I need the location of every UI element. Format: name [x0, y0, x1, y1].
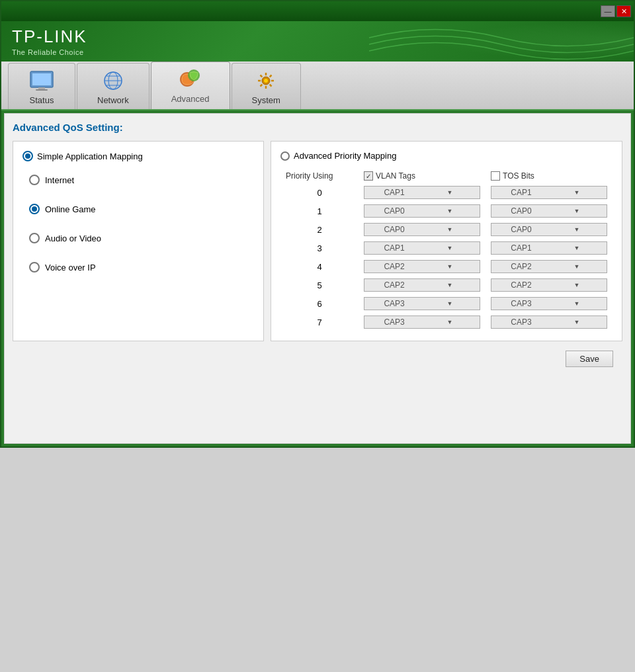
tab-status[interactable]: Status — [8, 63, 75, 109]
vlan-dropdown-5[interactable]: CAP2▼ — [364, 278, 480, 292]
vlan-dropdown-cell[interactable]: CAP3▼ — [359, 294, 486, 313]
tos-dropdown-cell[interactable]: CAP1▼ — [486, 183, 613, 202]
tos-checkbox[interactable] — [491, 171, 500, 181]
advanced-mapping-title[interactable]: Advanced Priority Mapping — [280, 151, 613, 161]
content-panels: Simple Application Mapping Internet Onli… — [13, 141, 622, 341]
radio-options: Internet Online Game Audio or Video — [29, 175, 254, 273]
table-row: 1CAP0▼CAP0▼ — [280, 202, 613, 220]
tos-dropdown-cell[interactable]: CAP0▼ — [486, 220, 613, 239]
tos-dropdown-cell[interactable]: CAP2▼ — [486, 276, 613, 294]
vlan-dropdown-cell[interactable]: CAP3▼ — [359, 313, 486, 331]
vlan-dropdown-1[interactable]: CAP0▼ — [364, 204, 480, 218]
tab-network[interactable]: Network — [77, 63, 149, 109]
status-icon — [28, 69, 55, 93]
advanced-mapping-radio[interactable] — [280, 151, 290, 161]
svg-line-20 — [261, 75, 263, 77]
radio-online-game-label: Online Game — [45, 204, 96, 214]
vlan-dropdown-cell[interactable]: CAP0▼ — [359, 202, 486, 220]
simple-mapping-title[interactable]: Simple Application Mapping — [22, 151, 254, 161]
advanced-icon — [177, 67, 204, 91]
vlan-dropdown-cell[interactable]: CAP2▼ — [359, 257, 486, 276]
tos-dropdown-cell[interactable]: CAP2▼ — [486, 257, 613, 276]
radio-online-game[interactable]: Online Game — [29, 204, 254, 214]
vlan-dropdown-2[interactable]: CAP0▼ — [364, 223, 480, 236]
table-row: 6CAP3▼CAP3▼ — [280, 294, 613, 313]
svg-point-15 — [264, 79, 268, 83]
radio-internet-circle[interactable] — [29, 175, 40, 185]
tab-advanced[interactable]: Advanced — [151, 62, 230, 109]
advanced-mapping-label: Advanced Priority Mapping — [294, 151, 396, 161]
section-title: Advanced QoS Setting: — [13, 122, 622, 133]
titlebar-buttons: — ✕ — [601, 5, 631, 17]
tab-advanced-label: Advanced — [171, 94, 210, 104]
tos-dropdown-4[interactable]: CAP2▼ — [491, 260, 607, 273]
tos-dropdown-2[interactable]: CAP0▼ — [491, 223, 607, 236]
priority-cell: 0 — [280, 183, 359, 202]
vlan-dropdown-cell[interactable]: CAP2▼ — [359, 276, 486, 294]
left-panel: Simple Application Mapping Internet Onli… — [13, 141, 264, 341]
vlan-dropdown-cell[interactable]: CAP1▼ — [359, 183, 486, 202]
tos-dropdown-cell[interactable]: CAP1▼ — [486, 239, 613, 257]
tab-status-label: Status — [30, 95, 54, 105]
table-row: 3CAP1▼CAP1▼ — [280, 239, 613, 257]
vlan-dropdown-3[interactable]: CAP1▼ — [364, 241, 480, 255]
priority-cell: 3 — [280, 239, 359, 257]
radio-voip-circle[interactable] — [29, 262, 40, 273]
tos-dropdown-5[interactable]: CAP2▼ — [491, 278, 607, 292]
col-priority-header: Priority Using — [280, 169, 359, 183]
svg-point-9 — [105, 72, 122, 89]
close-button[interactable]: ✕ — [616, 5, 631, 17]
tos-dropdown-7[interactable]: CAP3▼ — [491, 315, 607, 329]
tos-dropdown-3[interactable]: CAP1▼ — [491, 241, 607, 255]
main-content: Advanced QoS Setting: Simple Application… — [4, 113, 631, 444]
svg-line-23 — [261, 85, 263, 87]
main-window: — ✕ TP-LINK The Reliable Choice — [0, 0, 635, 448]
priority-cell: 1 — [280, 202, 359, 220]
radio-audio-video[interactable]: Audio or Video — [29, 233, 254, 243]
col-vlan-header: ✓ VLAN Tags — [359, 169, 486, 183]
vlan-dropdown-4[interactable]: CAP2▼ — [364, 260, 480, 273]
vlan-dropdown-cell[interactable]: CAP1▼ — [359, 239, 486, 257]
table-row: 7CAP3▼CAP3▼ — [280, 313, 613, 331]
logo-text: TP-LINK The Reliable Choice — [12, 26, 87, 56]
simple-mapping-label: Simple Application Mapping — [37, 151, 143, 161]
nav-tabs: Status Network — [1, 62, 634, 110]
header-decoration — [369, 21, 634, 62]
tos-dropdown-cell[interactable]: CAP0▼ — [486, 202, 613, 220]
table-row: 2CAP0▼CAP0▼ — [280, 220, 613, 239]
vlan-dropdown-cell[interactable]: CAP0▼ — [359, 220, 486, 239]
tos-label: TOS Bits — [503, 171, 534, 181]
radio-internet[interactable]: Internet — [29, 175, 254, 185]
tab-network-label: Network — [97, 95, 129, 105]
system-icon — [253, 69, 279, 93]
titlebar: — ✕ — [1, 1, 634, 21]
priority-cell: 5 — [280, 276, 359, 294]
vlan-dropdown-0[interactable]: CAP1▼ — [364, 186, 480, 199]
tos-dropdown-cell[interactable]: CAP3▼ — [486, 294, 613, 313]
minimize-button[interactable]: — — [601, 5, 615, 17]
radio-online-game-circle[interactable] — [29, 204, 40, 214]
vlan-dropdown-6[interactable]: CAP3▼ — [364, 297, 480, 310]
radio-voip[interactable]: Voice over IP — [29, 262, 254, 273]
radio-audio-video-label: Audio or Video — [45, 233, 101, 243]
simple-mapping-radio[interactable] — [22, 151, 33, 161]
network-icon — [100, 69, 126, 93]
vlan-checkbox[interactable]: ✓ — [364, 171, 373, 181]
radio-audio-video-circle[interactable] — [29, 233, 40, 243]
tos-checkbox-label[interactable]: TOS Bits — [491, 171, 607, 181]
table-row: 4CAP2▼CAP2▼ — [280, 257, 613, 276]
vlan-label: VLAN Tags — [376, 171, 415, 181]
vlan-dropdown-7[interactable]: CAP3▼ — [364, 315, 480, 329]
save-button[interactable]: Save — [566, 351, 613, 367]
radio-internet-label: Internet — [45, 175, 74, 185]
tab-system[interactable]: System — [232, 63, 301, 109]
svg-rect-3 — [36, 89, 48, 91]
svg-rect-2 — [38, 87, 45, 89]
svg-rect-1 — [32, 73, 51, 85]
tos-dropdown-1[interactable]: CAP0▼ — [491, 204, 607, 218]
tos-dropdown-6[interactable]: CAP3▼ — [491, 297, 607, 310]
tos-dropdown-cell[interactable]: CAP3▼ — [486, 313, 613, 331]
tos-dropdown-0[interactable]: CAP1▼ — [491, 186, 607, 199]
vlan-checkbox-label[interactable]: ✓ VLAN Tags — [364, 171, 480, 181]
tab-system-label: System — [252, 95, 280, 105]
